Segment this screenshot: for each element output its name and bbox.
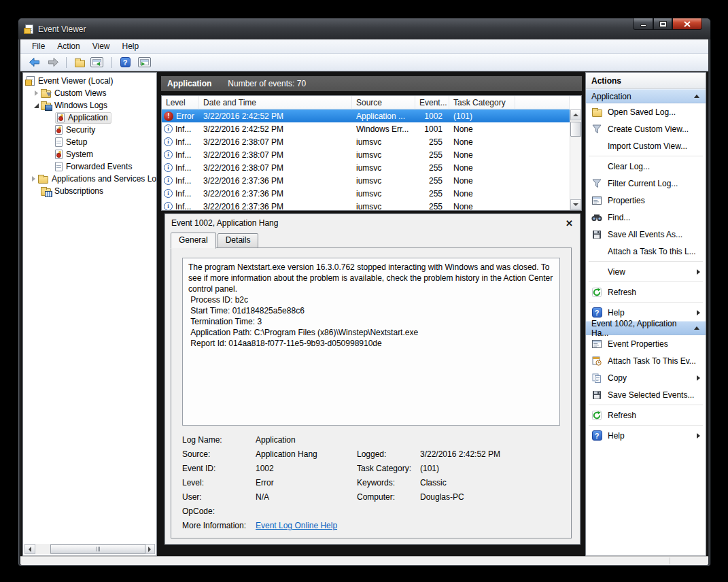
funnel-icon: [592, 179, 602, 188]
close-icon: [684, 21, 691, 27]
event-row[interactable]: iInf... 3/22/2016 2:37:36 PM iumsvc 255 …: [162, 174, 570, 187]
action-copy[interactable]: Copy: [586, 369, 706, 386]
tab-details[interactable]: Details: [218, 233, 259, 248]
expander-collapsed-icon[interactable]: [29, 176, 38, 182]
console-tree-toggle-button[interactable]: [90, 55, 107, 70]
tree-item-subscriptions[interactable]: Subscriptions: [23, 185, 156, 197]
minimize-button[interactable]: [633, 18, 653, 30]
titlebar[interactable]: Event Viewer: [18, 18, 710, 39]
tree-horizontal-scrollbar[interactable]: [24, 544, 155, 554]
expander-expanded-icon[interactable]: [32, 103, 41, 108]
action-refresh[interactable]: Refresh: [586, 284, 706, 301]
actions-separator: [589, 261, 703, 262]
action-save-selected-events[interactable]: Save Selected Events...: [586, 386, 706, 403]
scroll-right-button[interactable]: [144, 544, 155, 554]
tree-item-windows-logs[interactable]: Windows Logs: [23, 99, 156, 112]
actions-separator: [589, 405, 703, 405]
event-row-selected[interactable]: !Error 3/22/2016 2:42:52 PM Application …: [162, 109, 570, 122]
event-log-icon: [57, 113, 65, 122]
scroll-thumb[interactable]: [570, 122, 581, 137]
back-button[interactable]: [26, 55, 42, 70]
action-view[interactable]: View: [586, 263, 706, 280]
column-header-date[interactable]: Date and Time: [199, 96, 352, 109]
action-event-properties[interactable]: Event Properties: [586, 335, 706, 352]
scroll-left-button[interactable]: [24, 544, 35, 554]
menu-help[interactable]: Help: [116, 40, 145, 52]
scroll-thumb[interactable]: [50, 544, 145, 554]
help-button[interactable]: ?: [117, 55, 133, 70]
action-attach-task-to-log[interactable]: Attach a Task To this L...: [586, 243, 706, 260]
tree-item-security[interactable]: Security: [23, 124, 156, 136]
column-header-task-category[interactable]: Task Category: [449, 96, 515, 109]
statusbar: [20, 556, 708, 565]
menu-action[interactable]: Action: [51, 40, 86, 52]
scroll-down-button[interactable]: [570, 199, 581, 210]
collapse-icon[interactable]: [694, 326, 699, 330]
folder-icon: [38, 176, 48, 184]
column-header-level[interactable]: Level: [162, 96, 199, 109]
action-create-custom-view[interactable]: Create Custom View...: [586, 120, 706, 137]
event-row[interactable]: iInf... 3/22/2016 2:37:36 PM iumsvc 255 …: [162, 187, 570, 200]
submenu-arrow-icon: [697, 375, 700, 381]
action-save-all-events-as[interactable]: Save All Events As...: [586, 226, 706, 243]
maximize-button[interactable]: [653, 18, 672, 30]
event-list-scrollbar[interactable]: [570, 109, 581, 210]
action-find[interactable]: Find...: [586, 209, 706, 226]
scroll-track[interactable]: [35, 544, 144, 554]
tree-item-setup[interactable]: Setup: [23, 136, 156, 148]
event-row[interactable]: iInf... 3/22/2016 2:38:07 PM iumsvc 255 …: [162, 161, 570, 174]
menu-view[interactable]: View: [86, 40, 116, 52]
action-refresh-event[interactable]: Refresh: [586, 407, 706, 424]
properties-icon: [592, 196, 602, 205]
info-icon: i: [164, 202, 173, 211]
actions-separator: [589, 302, 703, 303]
tree-item-application[interactable]: Application: [23, 112, 156, 124]
forward-button[interactable]: [45, 55, 61, 70]
action-help[interactable]: ? Help: [586, 304, 706, 321]
submenu-arrow-icon: [697, 433, 700, 439]
scroll-up-button[interactable]: [570, 109, 581, 120]
open-folder-button[interactable]: [71, 55, 88, 70]
tree-item-forwarded-events[interactable]: Forwarded Events: [23, 160, 156, 173]
actions-section-event[interactable]: Event 1002, Application Ha...: [586, 321, 706, 335]
field-value: Error: [256, 478, 357, 487]
column-header-blank[interactable]: [515, 96, 570, 109]
close-button[interactable]: [672, 18, 702, 30]
refresh-icon: [592, 411, 602, 420]
action-filter-current-log[interactable]: Filter Current Log...: [586, 175, 706, 192]
event-log-online-help-link[interactable]: Event Log Online Help: [256, 521, 337, 530]
action-help-event[interactable]: ? Help: [586, 427, 706, 444]
details-close-icon[interactable]: ✕: [566, 218, 573, 228]
action-pane-toggle-button[interactable]: [136, 55, 152, 70]
event-row[interactable]: iInf... 3/22/2016 2:37:36 PM iumsvc 255 …: [162, 200, 570, 211]
forward-icon: [48, 57, 59, 67]
column-header-source[interactable]: Source: [352, 96, 415, 109]
action-import-custom-view[interactable]: Import Custom View...: [586, 137, 706, 154]
submenu-arrow-icon: [697, 269, 700, 275]
event-fields: Log Name:Application Source:Application …: [182, 432, 571, 532]
tree-item-custom-views[interactable]: Custom Views: [23, 87, 156, 99]
save-icon: [592, 390, 602, 400]
event-description[interactable]: The program Nextstart.exe version 16.3.0…: [182, 258, 560, 426]
open-folder-icon: [75, 60, 85, 67]
action-attach-task-to-event[interactable]: Attach Task To This Ev...: [586, 352, 706, 369]
event-row[interactable]: iInf... 3/22/2016 2:38:07 PM iumsvc 255 …: [162, 135, 570, 148]
action-clear-log[interactable]: Clear Log...: [586, 158, 706, 175]
event-row[interactable]: iInf... 3/22/2016 2:42:52 PM Windows Err…: [162, 122, 570, 135]
event-row[interactable]: iInf... 3/22/2016 2:38:07 PM iumsvc 255 …: [162, 148, 570, 161]
column-header-event-id[interactable]: Event...: [415, 96, 449, 109]
tree-item-system[interactable]: System: [23, 148, 156, 160]
action-open-saved-log[interactable]: Open Saved Log...: [586, 103, 706, 120]
actions-section-application[interactable]: Application: [586, 89, 706, 103]
field-value: Application Hang: [256, 449, 357, 459]
collapse-icon[interactable]: [694, 95, 699, 98]
tree-item-applications-and-services[interactable]: Applications and Services Lo: [23, 173, 156, 185]
scroll-up-icon: [573, 114, 578, 116]
tree-item-event-viewer-local[interactable]: Event Viewer (Local): [23, 75, 156, 87]
tab-general[interactable]: General: [171, 233, 216, 249]
menu-file[interactable]: File: [26, 40, 51, 52]
field-label: Event ID:: [182, 464, 256, 473]
expander-collapsed-icon[interactable]: [32, 90, 41, 96]
action-properties[interactable]: Properties: [586, 192, 706, 209]
toolbar-separator: [66, 57, 67, 68]
